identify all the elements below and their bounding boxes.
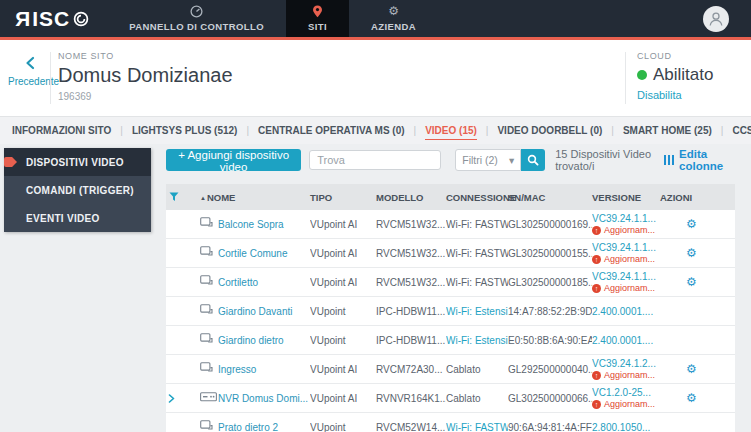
gear-icon[interactable]: ⚙: [686, 363, 697, 375]
cell-snmac: GL302500000185...: [508, 277, 592, 288]
device-name-link[interactable]: Balcone Sopra: [218, 219, 284, 230]
device-name-link[interactable]: NVR Domus Domi...: [218, 393, 308, 404]
risco-logo[interactable]: RISC: [0, 0, 107, 37]
version-link[interactable]: VC39.24.1.1...: [592, 242, 656, 253]
active-arrow-icon: [4, 157, 17, 167]
version-alert-label: Aggiornam...: [604, 399, 655, 410]
sidebar-item-dispositivi-video[interactable]: DISPOSITIVI VIDEO: [4, 148, 151, 176]
tab-smart-home[interactable]: SMART HOME (25): [623, 125, 733, 136]
logo-letters: ISC: [32, 7, 70, 31]
version-link[interactable]: 2.800.1050...: [592, 422, 650, 432]
device-name-link[interactable]: Ingresso: [218, 364, 256, 375]
version-alert[interactable]: ↑ Aggiornam...: [592, 225, 656, 236]
video-sidebar: DISPOSITIVI VIDEO COMANDI (TRIGGER) EVEN…: [4, 148, 151, 232]
version-link[interactable]: VC39.24.1.2...: [592, 358, 656, 369]
cloud-disable-link[interactable]: Disabilita: [637, 89, 713, 101]
nvr-icon: [200, 392, 217, 404]
edit-columns-label: Edita colonne: [679, 148, 735, 172]
cell-modello: RVCM52W14...: [376, 422, 446, 432]
version-link[interactable]: VC39.24.1.1...: [592, 213, 656, 224]
cell-modello: RVCM51W32...: [376, 219, 446, 230]
chevron-right-icon: [168, 394, 175, 403]
camera-icon: [200, 333, 213, 347]
version-alert[interactable]: ↑ Aggiornam...: [592, 399, 656, 410]
version-alert[interactable]: ↑ Aggiornam...: [592, 254, 656, 265]
cell-snmac: 90:6A:94:81:4A:FF: [508, 422, 592, 432]
version-link[interactable]: 2.400.0001....: [592, 335, 653, 346]
chevron-left-icon: [24, 56, 36, 70]
sidebar-item-comandi-trigger[interactable]: COMANDI (TRIGGER): [4, 176, 151, 204]
row-expand[interactable]: [166, 394, 180, 403]
device-name-link[interactable]: Cortile Comune: [218, 248, 287, 259]
cell-connessione[interactable]: Wi-Fi: FASTW...: [446, 422, 508, 432]
update-icon: ↑: [592, 284, 601, 293]
tab-video-doorbell[interactable]: VIDEO DOORBELL (0): [497, 125, 622, 136]
cell-tipo: VUpoint AI: [310, 219, 376, 230]
device-name-link[interactable]: Cortiletto: [218, 277, 258, 288]
logo-letter-r: R: [14, 7, 30, 31]
search-button[interactable]: [521, 149, 545, 171]
divider: [625, 52, 626, 104]
sort-asc-icon: ▲: [200, 195, 206, 201]
tab-informazioni-sito[interactable]: INFORMAZIONI SITO: [12, 125, 132, 136]
version-link[interactable]: VC39.24.1.1...: [592, 271, 656, 282]
cell-snmac: E0:50:8B:6A:90:EA: [508, 335, 592, 346]
back-label: Precedente: [8, 76, 52, 87]
header-connessione[interactable]: CONNESSIONE: [446, 192, 508, 203]
camera-icon: [200, 304, 213, 318]
header-azioni: AZIONI: [660, 192, 735, 203]
back-button[interactable]: Precedente: [8, 56, 52, 87]
camera-icon: [200, 275, 213, 289]
cell-connessione[interactable]: Wi-Fi: Estensi...: [446, 335, 508, 346]
version-alert[interactable]: ↑ Aggiornam...: [592, 283, 656, 294]
update-icon: ↑: [592, 371, 601, 380]
filters-dropdown[interactable]: Filtri (2) ▾: [455, 149, 521, 171]
gear-icon[interactable]: ⚙: [686, 276, 697, 288]
nav-item-azienda[interactable]: ⚙ AZIENDA: [349, 0, 438, 37]
device-name-link[interactable]: Giardino dietro: [218, 335, 284, 346]
header-nome[interactable]: ▲NOME: [200, 192, 310, 203]
cell-tipo: VUpoint AI: [310, 248, 376, 259]
nav-item-label: SITI: [308, 21, 327, 32]
cell-modello: RVCM51W32...: [376, 277, 446, 288]
table-row: Giardino Davanti VUpoint IPC-HDBW11... W…: [166, 297, 735, 326]
gear-icon[interactable]: ⚙: [686, 392, 697, 404]
version-link[interactable]: VC1.2.0-25...: [592, 387, 651, 398]
add-video-device-button[interactable]: + Aggiungi dispositivo video: [166, 149, 301, 171]
cell-connessione[interactable]: Wi-Fi: Estensi...: [446, 306, 508, 317]
tab-centrale-operativa[interactable]: CENTRALE OPERATIVA MS (0): [258, 125, 425, 136]
header-snmac[interactable]: SN/MAC: [508, 192, 592, 203]
header-tipo[interactable]: TIPO: [310, 192, 376, 203]
table-row: Cortile Comune VUpoint AI RVCM51W32... W…: [166, 239, 735, 268]
version-link[interactable]: 2.400.0001....: [592, 306, 653, 317]
cell-tipo: VUpoint AI: [310, 364, 376, 375]
header-modello[interactable]: MODELLO: [376, 192, 446, 203]
cell-connessione: Cablato: [446, 364, 508, 375]
nav-item-siti[interactable]: SITI: [286, 0, 349, 37]
cloud-panel: CLOUD Abilitato Disabilita: [637, 51, 713, 101]
device-name-link[interactable]: Prato dietro 2: [218, 422, 278, 432]
update-icon: ↑: [592, 255, 601, 264]
cloud-status-dot: [637, 70, 647, 80]
cell-modello: RVCM72A30...: [376, 364, 446, 375]
site-id: 196369: [58, 91, 233, 102]
nav-item-pannello[interactable]: PANNELLO DI CONTROLLO: [107, 0, 286, 37]
filter-icon[interactable]: [169, 192, 180, 202]
cell-snmac: GL302500000169...: [508, 219, 592, 230]
header-versione[interactable]: VERSIONE: [592, 192, 660, 203]
tab-lightsys-plus[interactable]: LIGHTSYS PLUS (512): [132, 125, 258, 136]
search-icon: [527, 154, 539, 166]
tab-video[interactable]: VIDEO (15): [425, 125, 497, 136]
user-avatar[interactable]: [703, 6, 729, 32]
cell-tipo: VUpoint: [310, 335, 376, 346]
edit-columns-button[interactable]: Edita colonne: [664, 148, 735, 172]
gear-icon[interactable]: ⚙: [686, 218, 697, 230]
tab-ccs[interactable]: CCS: [732, 125, 751, 136]
device-name-link[interactable]: Giardino Davanti: [218, 306, 292, 317]
sidebar-item-eventi-video[interactable]: EVENTI VIDEO: [4, 204, 151, 232]
version-alert[interactable]: ↑ Aggiornam...: [592, 370, 656, 381]
update-icon: ↑: [592, 400, 601, 409]
search-input[interactable]: [309, 150, 441, 170]
gear-icon[interactable]: ⚙: [686, 247, 697, 259]
cell-snmac: GL302500000066...: [508, 393, 592, 404]
